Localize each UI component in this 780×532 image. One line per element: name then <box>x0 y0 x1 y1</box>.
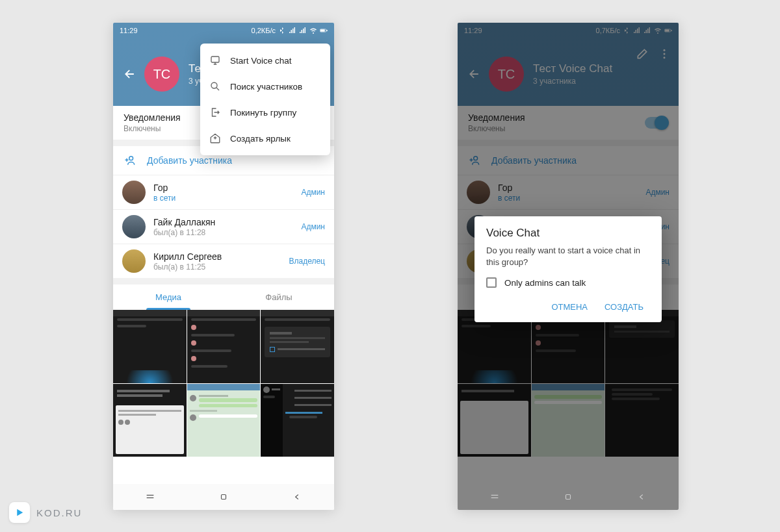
svg-rect-2 <box>320 30 324 32</box>
checkbox-icon <box>486 277 497 288</box>
status-time: 11:29 <box>120 27 138 34</box>
android-nav-bar <box>458 484 679 510</box>
media-thumbnail[interactable] <box>113 310 187 383</box>
voice-chat-dialog: Voice Chat Do you really want to start a… <box>474 216 662 322</box>
menu-item-label: Start Voice chat <box>230 56 292 66</box>
media-thumbnail[interactable] <box>261 384 334 457</box>
nav-recents[interactable] <box>144 490 157 503</box>
tab-files[interactable]: Файлы <box>224 285 334 310</box>
menu-start-voice-chat[interactable]: Start Voice chat <box>200 47 330 73</box>
search-icon <box>209 81 221 92</box>
svg-point-4 <box>211 82 217 88</box>
bluetooth-icon <box>278 27 286 34</box>
play-icon <box>14 507 25 518</box>
cancel-button[interactable]: ОТМЕНА <box>545 297 594 317</box>
member-avatar <box>122 181 146 204</box>
member-status: был(а) в 11:28 <box>153 228 293 237</box>
media-thumbnail[interactable] <box>113 384 187 457</box>
member-row[interactable]: Гайк Даллакян был(а) в 11:28 Админ <box>113 210 334 244</box>
svg-point-5 <box>129 157 133 160</box>
voice-chat-icon <box>209 55 221 66</box>
member-status: в сети <box>153 194 293 203</box>
notifications-label: Уведомления <box>124 112 181 123</box>
add-user-icon <box>124 154 136 167</box>
android-nav-bar <box>113 484 334 510</box>
svg-rect-14 <box>566 495 570 500</box>
media-thumbnail[interactable] <box>187 310 261 383</box>
member-name: Гайк Даллакян <box>153 217 293 227</box>
nav-back[interactable] <box>635 490 648 503</box>
svg-rect-1 <box>326 30 327 31</box>
shortcut-icon <box>209 133 221 144</box>
member-avatar <box>122 215 146 238</box>
wifi-icon <box>309 27 317 34</box>
back-button[interactable] <box>122 66 138 82</box>
menu-item-label: Создать ярлык <box>230 134 291 144</box>
member-role: Админ <box>301 188 325 197</box>
battery-icon <box>320 27 328 34</box>
tab-media[interactable]: Медиа <box>113 285 224 310</box>
leave-icon <box>209 107 221 118</box>
nav-back[interactable] <box>291 490 304 503</box>
menu-item-label: Покинуть группу <box>230 108 296 118</box>
dialog-message: Do you really want to start a voice chat… <box>486 245 650 268</box>
phone-right: 11:29 0,7КБ/с ТС Тест Voice Chat 3 участ… <box>458 23 679 510</box>
checkbox-label: Only admins can talk <box>504 278 586 288</box>
media-grid <box>113 310 334 457</box>
arrow-left-icon <box>124 68 136 81</box>
watermark-logo <box>9 502 30 523</box>
menu-create-shortcut[interactable]: Создать ярлык <box>200 125 330 151</box>
dialog-checkbox[interactable]: Only admins can talk <box>486 277 650 288</box>
member-name: Гор <box>153 183 293 193</box>
menu-item-label: Поиск участников <box>230 82 302 92</box>
group-avatar[interactable]: ТС <box>144 57 179 92</box>
member-name: Кирилл Сергеев <box>153 251 281 262</box>
source-watermark: KOD.RU <box>9 502 82 523</box>
status-data-rate: 0,2КБ/с <box>252 27 276 34</box>
content-tabs: Медиа Файлы <box>113 285 334 310</box>
status-bar: 11:29 0,2КБ/с <box>113 23 334 38</box>
create-button[interactable]: СОЗДАТЬ <box>598 297 650 317</box>
media-thumbnail[interactable] <box>261 310 334 383</box>
member-status: был(а) в 11:25 <box>153 262 281 272</box>
options-dropdown: Start Voice chat Поиск участников Покину… <box>200 44 330 155</box>
nav-home[interactable] <box>217 490 230 503</box>
phone-left: 11:29 0,2КБ/с ТС Тест Voice Chat 3 участ… <box>113 23 334 510</box>
svg-rect-6 <box>221 495 226 500</box>
menu-search-members[interactable]: Поиск участников <box>200 73 330 99</box>
member-avatar <box>122 249 146 273</box>
add-member-label: Добавить участника <box>147 155 232 166</box>
dialog-title: Voice Chat <box>486 227 650 240</box>
status-indicators: 0,2КБ/с <box>252 27 328 34</box>
watermark-text: KOD.RU <box>36 507 82 518</box>
member-role: Админ <box>301 222 325 231</box>
nav-recents[interactable] <box>488 490 501 503</box>
signal-icon <box>299 27 307 34</box>
member-role: Владелец <box>289 257 325 266</box>
signal-icon <box>289 27 296 34</box>
nav-home[interactable] <box>562 490 575 503</box>
menu-leave-group[interactable]: Покинуть группу <box>200 99 330 125</box>
members-list: Гор в сети Админ Гайк Даллакян был(а) в … <box>113 175 334 285</box>
svg-rect-3 <box>211 57 219 62</box>
media-thumbnail[interactable] <box>187 384 261 457</box>
notifications-value: Включены <box>124 124 181 133</box>
member-row[interactable]: Гор в сети Админ <box>113 175 334 210</box>
member-row[interactable]: Кирилл Сергеев был(а) в 11:25 Владелец <box>113 244 334 278</box>
